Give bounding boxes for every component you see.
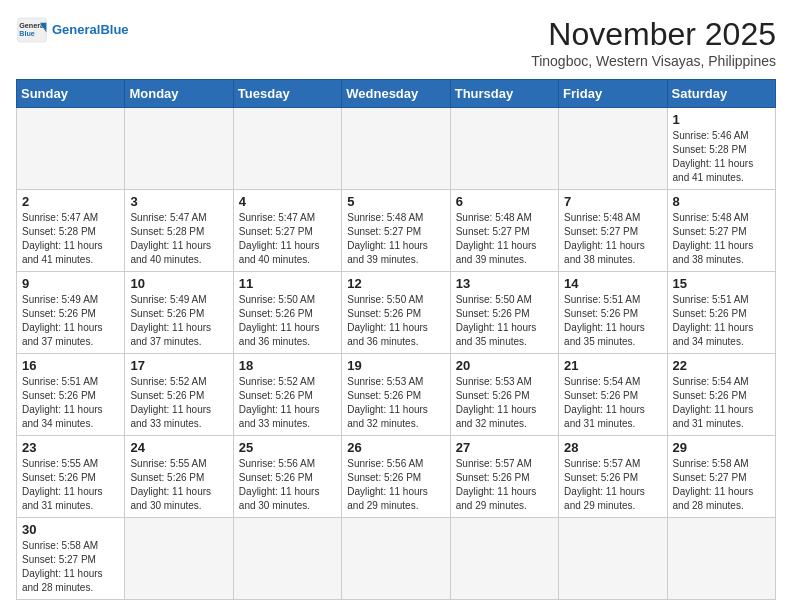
table-row: 19Sunrise: 5:53 AMSunset: 5:26 PMDayligh… — [342, 354, 450, 436]
day-number: 7 — [564, 194, 661, 209]
cell-content: Sunrise: 5:47 AMSunset: 5:28 PMDaylight:… — [130, 211, 227, 267]
table-row: 2Sunrise: 5:47 AMSunset: 5:28 PMDaylight… — [17, 190, 125, 272]
table-row: 3Sunrise: 5:47 AMSunset: 5:28 PMDaylight… — [125, 190, 233, 272]
day-number: 15 — [673, 276, 770, 291]
table-row: 16Sunrise: 5:51 AMSunset: 5:26 PMDayligh… — [17, 354, 125, 436]
cell-content: Sunrise: 5:55 AMSunset: 5:26 PMDaylight:… — [22, 457, 119, 513]
cell-content: Sunrise: 5:51 AMSunset: 5:26 PMDaylight:… — [564, 293, 661, 349]
cell-content: Sunrise: 5:52 AMSunset: 5:26 PMDaylight:… — [239, 375, 336, 431]
cell-content: Sunrise: 5:57 AMSunset: 5:26 PMDaylight:… — [456, 457, 553, 513]
cell-content: Sunrise: 5:48 AMSunset: 5:27 PMDaylight:… — [347, 211, 444, 267]
day-number: 17 — [130, 358, 227, 373]
table-row — [342, 518, 450, 600]
logo-general: General — [52, 22, 100, 37]
cell-content: Sunrise: 5:51 AMSunset: 5:26 PMDaylight:… — [22, 375, 119, 431]
day-number: 24 — [130, 440, 227, 455]
cell-content: Sunrise: 5:58 AMSunset: 5:27 PMDaylight:… — [22, 539, 119, 595]
day-number: 11 — [239, 276, 336, 291]
table-row: 30Sunrise: 5:58 AMSunset: 5:27 PMDayligh… — [17, 518, 125, 600]
table-row: 9Sunrise: 5:49 AMSunset: 5:26 PMDaylight… — [17, 272, 125, 354]
table-row: 21Sunrise: 5:54 AMSunset: 5:26 PMDayligh… — [559, 354, 667, 436]
table-row — [17, 108, 125, 190]
day-number: 12 — [347, 276, 444, 291]
cell-content: Sunrise: 5:52 AMSunset: 5:26 PMDaylight:… — [130, 375, 227, 431]
day-number: 8 — [673, 194, 770, 209]
day-number: 27 — [456, 440, 553, 455]
cell-content: Sunrise: 5:53 AMSunset: 5:26 PMDaylight:… — [456, 375, 553, 431]
day-number: 5 — [347, 194, 444, 209]
day-number: 10 — [130, 276, 227, 291]
table-row: 26Sunrise: 5:56 AMSunset: 5:26 PMDayligh… — [342, 436, 450, 518]
cell-content: Sunrise: 5:57 AMSunset: 5:26 PMDaylight:… — [564, 457, 661, 513]
table-row: 6Sunrise: 5:48 AMSunset: 5:27 PMDaylight… — [450, 190, 558, 272]
table-row — [450, 518, 558, 600]
day-number: 2 — [22, 194, 119, 209]
table-row — [125, 518, 233, 600]
day-number: 18 — [239, 358, 336, 373]
table-row — [450, 108, 558, 190]
cell-content: Sunrise: 5:50 AMSunset: 5:26 PMDaylight:… — [239, 293, 336, 349]
cell-content: Sunrise: 5:54 AMSunset: 5:26 PMDaylight:… — [673, 375, 770, 431]
table-row — [559, 518, 667, 600]
col-monday: Monday — [125, 80, 233, 108]
day-number: 9 — [22, 276, 119, 291]
table-row: 23Sunrise: 5:55 AMSunset: 5:26 PMDayligh… — [17, 436, 125, 518]
day-number: 16 — [22, 358, 119, 373]
title-area: November 2025 Tinogboc, Western Visayas,… — [531, 16, 776, 69]
table-row: 14Sunrise: 5:51 AMSunset: 5:26 PMDayligh… — [559, 272, 667, 354]
cell-content: Sunrise: 5:48 AMSunset: 5:27 PMDaylight:… — [673, 211, 770, 267]
day-number: 28 — [564, 440, 661, 455]
cell-content: Sunrise: 5:49 AMSunset: 5:26 PMDaylight:… — [130, 293, 227, 349]
col-saturday: Saturday — [667, 80, 775, 108]
cell-content: Sunrise: 5:49 AMSunset: 5:26 PMDaylight:… — [22, 293, 119, 349]
day-number: 1 — [673, 112, 770, 127]
calendar: Sunday Monday Tuesday Wednesday Thursday… — [16, 79, 776, 600]
table-row: 4Sunrise: 5:47 AMSunset: 5:27 PMDaylight… — [233, 190, 341, 272]
table-row — [342, 108, 450, 190]
cell-content: Sunrise: 5:56 AMSunset: 5:26 PMDaylight:… — [347, 457, 444, 513]
month-title: November 2025 — [531, 16, 776, 53]
table-row: 5Sunrise: 5:48 AMSunset: 5:27 PMDaylight… — [342, 190, 450, 272]
cell-content: Sunrise: 5:55 AMSunset: 5:26 PMDaylight:… — [130, 457, 227, 513]
logo-text: GeneralBlue — [52, 23, 129, 37]
table-row: 18Sunrise: 5:52 AMSunset: 5:26 PMDayligh… — [233, 354, 341, 436]
table-row — [559, 108, 667, 190]
col-thursday: Thursday — [450, 80, 558, 108]
table-row: 24Sunrise: 5:55 AMSunset: 5:26 PMDayligh… — [125, 436, 233, 518]
col-friday: Friday — [559, 80, 667, 108]
cell-content: Sunrise: 5:47 AMSunset: 5:28 PMDaylight:… — [22, 211, 119, 267]
cell-content: Sunrise: 5:51 AMSunset: 5:26 PMDaylight:… — [673, 293, 770, 349]
table-row: 12Sunrise: 5:50 AMSunset: 5:26 PMDayligh… — [342, 272, 450, 354]
table-row — [125, 108, 233, 190]
table-row: 7Sunrise: 5:48 AMSunset: 5:27 PMDaylight… — [559, 190, 667, 272]
col-tuesday: Tuesday — [233, 80, 341, 108]
day-number: 3 — [130, 194, 227, 209]
col-sunday: Sunday — [17, 80, 125, 108]
table-row: 17Sunrise: 5:52 AMSunset: 5:26 PMDayligh… — [125, 354, 233, 436]
cell-content: Sunrise: 5:50 AMSunset: 5:26 PMDaylight:… — [347, 293, 444, 349]
table-row: 8Sunrise: 5:48 AMSunset: 5:27 PMDaylight… — [667, 190, 775, 272]
table-row: 25Sunrise: 5:56 AMSunset: 5:26 PMDayligh… — [233, 436, 341, 518]
col-wednesday: Wednesday — [342, 80, 450, 108]
location-title: Tinogboc, Western Visayas, Philippines — [531, 53, 776, 69]
cell-content: Sunrise: 5:46 AMSunset: 5:28 PMDaylight:… — [673, 129, 770, 185]
table-row: 1Sunrise: 5:46 AMSunset: 5:28 PMDaylight… — [667, 108, 775, 190]
day-number: 30 — [22, 522, 119, 537]
calendar-header-row: Sunday Monday Tuesday Wednesday Thursday… — [17, 80, 776, 108]
day-number: 4 — [239, 194, 336, 209]
day-number: 29 — [673, 440, 770, 455]
day-number: 22 — [673, 358, 770, 373]
table-row: 13Sunrise: 5:50 AMSunset: 5:26 PMDayligh… — [450, 272, 558, 354]
table-row — [667, 518, 775, 600]
day-number: 25 — [239, 440, 336, 455]
header: General Blue GeneralBlue November 2025 T… — [16, 16, 776, 69]
day-number: 6 — [456, 194, 553, 209]
logo: General Blue GeneralBlue — [16, 16, 129, 44]
logo-blue: Blue — [100, 22, 128, 37]
table-row: 29Sunrise: 5:58 AMSunset: 5:27 PMDayligh… — [667, 436, 775, 518]
cell-content: Sunrise: 5:48 AMSunset: 5:27 PMDaylight:… — [564, 211, 661, 267]
table-row: 27Sunrise: 5:57 AMSunset: 5:26 PMDayligh… — [450, 436, 558, 518]
table-row — [233, 518, 341, 600]
table-row — [233, 108, 341, 190]
svg-text:Blue: Blue — [19, 29, 35, 38]
